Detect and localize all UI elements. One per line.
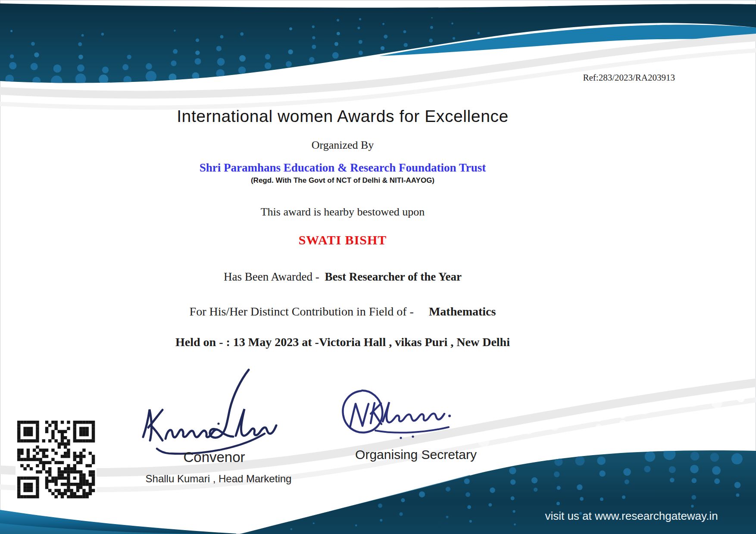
footer-visit-line: visit us at www.researchgateway.in xyxy=(519,509,744,523)
convenor-role-label: Convenor xyxy=(139,449,290,465)
bestowed-line: This award is hearby bestowed upon xyxy=(0,206,685,219)
secretary-role-label: Organising Secretary xyxy=(343,447,489,462)
recipient-name: SWATI BISHT xyxy=(0,233,685,247)
organization-name: Shri Paramhans Education & Research Foun… xyxy=(0,161,685,175)
contribution-line: For His/Her Distinct Contribution in Fie… xyxy=(0,305,685,319)
held-on-line: Held on - : 13 May 2023 at -Victoria Hal… xyxy=(0,335,685,349)
certificate-page: Ref:283/2023/RA203913 International wome… xyxy=(0,0,756,534)
contribution-field: Mathematics xyxy=(429,305,496,318)
award-line: Has Been Awarded - Best Researcher of th… xyxy=(0,270,685,284)
award-prefix: Has Been Awarded - xyxy=(224,270,322,283)
convenor-name-line: Shallu Kumari , Head Marketing xyxy=(126,473,311,485)
organized-by-label: Organized By xyxy=(0,139,685,152)
award-title: Best Researcher of the Year xyxy=(325,270,462,283)
registration-note: (Regd. With The Govt of NCT of Delhi & N… xyxy=(0,176,685,185)
certificate-title: International women Awards for Excellenc… xyxy=(0,107,685,126)
contribution-prefix: For His/Her Distinct Contribution in Fie… xyxy=(190,305,417,318)
